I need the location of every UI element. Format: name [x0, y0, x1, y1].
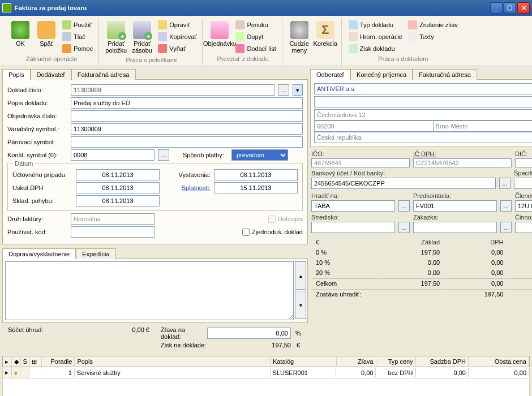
ks-lookup[interactable]: … — [158, 149, 169, 161]
predk-input[interactable] — [413, 200, 497, 212]
delivery-button[interactable]: Dodací list — [233, 43, 278, 54]
copy-icon — [158, 32, 167, 41]
profit-value: 197,50 — [251, 342, 291, 348]
bulk-ops-button[interactable]: Hrom. operácie — [346, 31, 405, 42]
ok-button[interactable]: OK — [8, 19, 33, 49]
cancel-discounts-button[interactable]: Zrušenie zliav — [406, 19, 460, 31]
help-button[interactable]: Pomoc — [60, 43, 95, 54]
title-bar: Faktúra za predaj tovaru _ ☐ ✕ — [0, 0, 532, 16]
doc-no-lookup[interactable]: … — [278, 84, 289, 96]
user-code-input[interactable] — [71, 226, 155, 238]
bank-input[interactable] — [311, 178, 496, 189]
doc-no-input[interactable] — [71, 84, 274, 96]
pay-select[interactable]: prevodom — [231, 149, 288, 161]
offer-icon — [235, 20, 244, 29]
simple-doc-checkbox[interactable]: Zjednoduš. doklad — [242, 229, 303, 236]
disc-input[interactable] — [207, 328, 291, 339]
grid-header: ▸ ◆ S ⊞ Poradie Popis Katalóg Zľava Typ … — [2, 356, 530, 367]
customer-street[interactable] — [314, 109, 532, 120]
tab-customer[interactable]: Odberateľ — [310, 69, 350, 80]
group-takeover-label: Prevziať z dokladu — [217, 55, 269, 63]
due-date-input[interactable] — [214, 182, 298, 193]
copy-button[interactable]: Kopírovať — [156, 31, 199, 42]
maximize-button[interactable]: ☐ — [504, 2, 516, 14]
center-input[interactable] — [311, 222, 395, 233]
add-item-button[interactable]: Pridať položku — [104, 19, 128, 55]
job-input[interactable] — [413, 222, 497, 233]
icdph-label[interactable]: IČ DPH: — [413, 150, 512, 157]
paid-value: 0,00 € — [132, 326, 149, 350]
tab-fakturacna[interactable]: Fakturačná adresa — [71, 69, 136, 80]
tab-recipient[interactable]: Konečný príjemca — [350, 69, 413, 80]
customer-city[interactable] — [433, 120, 532, 132]
doc-type-button[interactable]: Typ dokladu — [346, 19, 405, 31]
payto-lookup[interactable]: … — [398, 200, 410, 212]
ks-input[interactable] — [71, 149, 155, 161]
dph-date-label: Uskut.DPH — [12, 184, 72, 191]
order-no-input[interactable] — [71, 110, 303, 122]
vat-split-input[interactable] — [515, 200, 532, 212]
job-lookup[interactable]: … — [500, 222, 512, 233]
due-date-label[interactable]: Splatnosti: — [171, 184, 211, 191]
dph-date-input[interactable] — [76, 182, 160, 193]
remove-button[interactable]: Vyňať — [156, 43, 199, 54]
dic-input[interactable] — [515, 158, 532, 167]
minimize-button[interactable]: _ — [490, 2, 503, 14]
customer-ext-input[interactable] — [314, 96, 532, 107]
use-button[interactable]: Použiť — [60, 19, 95, 31]
ribbon: OK Späť Použiť Tlač Pomoc Základné operá… — [0, 16, 532, 66]
tab-shipping[interactable]: Doprava/vyskladnenie — [2, 248, 76, 259]
apply-icon — [62, 20, 71, 29]
ss-label: Špecifický symbol: — [514, 170, 532, 177]
vs-input[interactable] — [71, 123, 303, 135]
money-icon — [290, 21, 308, 39]
center-lookup[interactable]: … — [398, 222, 410, 233]
currency-button[interactable]: Cudzie meny — [287, 19, 312, 55]
doc-profit-button[interactable]: Zisk dokladu — [346, 43, 405, 54]
table-row[interactable]: ▸ ● 1 Servisné služby SLUSER001 0,00 bez… — [2, 367, 530, 378]
ico-input[interactable] — [311, 158, 410, 167]
issue-date-input[interactable] — [214, 169, 298, 180]
activity-input[interactable] — [515, 222, 532, 233]
ps-input[interactable] — [71, 136, 303, 148]
texts-button[interactable]: Texty — [406, 31, 460, 42]
activity-label: Činnosť: — [515, 214, 532, 221]
print-button[interactable]: Tlač — [60, 31, 95, 42]
tab-expedition[interactable]: Expedícia — [76, 248, 115, 259]
customer-country[interactable] — [314, 132, 532, 143]
customer-zip[interactable] — [314, 120, 433, 132]
add-stock-button[interactable]: Pridať zásobu — [130, 19, 155, 55]
predk-lookup[interactable]: … — [500, 200, 512, 212]
credit-checkbox[interactable]: Dobropis — [268, 216, 303, 223]
edit-button[interactable]: Opraviť — [156, 19, 199, 31]
inv-type-input — [71, 213, 155, 225]
desc-input[interactable] — [71, 97, 303, 109]
customer-name-input[interactable] — [314, 83, 532, 94]
shipping-notes[interactable] — [5, 261, 294, 320]
window-title: Faktúra za predaj tovaru — [15, 5, 490, 11]
notes-up-button[interactable]: ▴ — [295, 261, 306, 290]
icdph-input[interactable] — [413, 158, 512, 167]
order-button[interactable]: Objednávku — [207, 19, 232, 49]
correction-button[interactable]: ΣKorekcia — [313, 19, 338, 49]
tab-popis[interactable]: Popis — [2, 69, 31, 80]
type-icon — [349, 20, 358, 29]
close-button[interactable]: ✕ — [517, 2, 530, 14]
tab-dodavatel[interactable]: Dodávateľ — [31, 69, 71, 80]
demand-icon — [235, 32, 244, 41]
offer-button[interactable]: Ponuku — [233, 19, 278, 31]
add-stock-icon — [133, 21, 151, 39]
back-button[interactable]: Späť — [34, 19, 59, 49]
add-item-icon — [107, 21, 125, 39]
ss-input[interactable] — [514, 178, 532, 189]
tab-billing[interactable]: Fakturačná adresa — [413, 69, 477, 80]
notes-down-button[interactable]: ▾ — [295, 291, 306, 319]
doc-no-dropdown[interactable]: ▾ — [293, 84, 303, 96]
acc-date-input[interactable] — [76, 169, 160, 180]
payto-input[interactable] — [311, 200, 395, 212]
move-date-input[interactable] — [76, 195, 160, 206]
grid-body[interactable] — [2, 378, 530, 396]
demand-button[interactable]: Dopyt — [233, 31, 278, 42]
bank-lookup[interactable]: … — [499, 178, 510, 189]
desc-label: Popis dokladu: — [7, 100, 67, 106]
